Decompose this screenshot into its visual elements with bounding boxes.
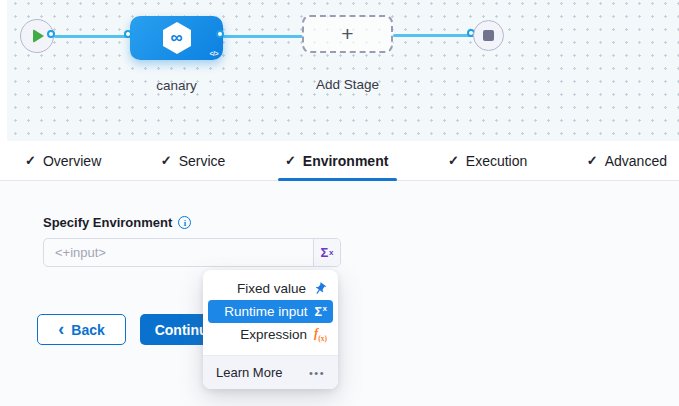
code-icon[interactable]: </> [209, 50, 218, 57]
dropdown-footer: Learn More ••• [203, 355, 338, 389]
option-label: Fixed value [237, 281, 306, 296]
check-icon: ✓ [587, 153, 598, 168]
learn-more-link[interactable]: Learn More [216, 365, 282, 380]
back-button[interactable]: ‹ Back [37, 314, 126, 345]
environment-input-group: Σx [43, 238, 341, 267]
option-runtime-input[interactable]: Runtime input Σx [208, 300, 333, 323]
option-label: Runtime input [224, 304, 307, 319]
tab-service[interactable]: ✓ Service [161, 141, 226, 181]
tab-overview[interactable]: ✓ Overview [25, 141, 101, 181]
sigma-glyph: Σ [321, 245, 329, 260]
pipeline-end-node[interactable] [473, 20, 504, 51]
environment-input[interactable] [44, 239, 313, 266]
sigma-icon: Σx [315, 304, 327, 319]
info-icon[interactable]: i [178, 216, 191, 229]
harness-cd-icon: ∞ [161, 21, 193, 55]
connector-dot[interactable] [216, 30, 224, 38]
sigma-sup: x [329, 248, 333, 257]
connector-dot[interactable] [124, 30, 132, 38]
back-label: Back [71, 322, 104, 338]
tab-label: Environment [303, 153, 389, 169]
option-label: Expression [240, 327, 307, 342]
tab-environment[interactable]: ✓ Environment [285, 141, 388, 181]
tab-label: Overview [43, 153, 101, 169]
play-icon [33, 29, 44, 43]
connector-dot[interactable] [47, 30, 55, 38]
input-type-dropdown: Fixed value Runtime input Σx Expression … [203, 270, 338, 389]
environment-tab-content: Specify Environment i Σx ‹ Back Continue… [0, 182, 679, 406]
expression-icon: f(x) [314, 326, 327, 343]
pipeline-stage-editor: ∞ </> + canary Add Stage ✓ Overview ✓ Se… [0, 0, 679, 406]
input-type-options: Fixed value Runtime input Σx Expression … [203, 270, 338, 355]
tab-advanced[interactable]: ✓ Advanced [587, 141, 667, 181]
check-icon: ✓ [161, 153, 172, 168]
check-icon: ✓ [448, 153, 459, 168]
plus-icon: + [341, 23, 353, 44]
stage-tabbar: ✓ Overview ✓ Service ✓ Environment ✓ Exe… [0, 141, 679, 181]
connector-line [393, 34, 474, 37]
tab-label: Advanced [605, 153, 667, 169]
add-stage-button[interactable]: + [302, 15, 393, 53]
tab-label: Execution [466, 153, 527, 169]
check-icon: ✓ [25, 153, 36, 168]
connector-line [222, 35, 303, 38]
pin-icon [313, 282, 327, 296]
chevron-left-icon: ‹ [58, 320, 64, 338]
tab-label: Service [179, 153, 226, 169]
infinity-glyph: ∞ [170, 29, 182, 46]
footer-buttons: ‹ Back Continue [37, 314, 230, 345]
check-icon: ✓ [285, 153, 296, 168]
connector-line [54, 35, 132, 38]
stage-name-label: canary [130, 78, 223, 93]
option-fixed-value[interactable]: Fixed value [208, 277, 333, 300]
input-type-selector-button[interactable]: Σx [313, 239, 340, 266]
specify-environment-row: Specify Environment i [43, 215, 191, 230]
canvas-left-gutter [0, 0, 7, 141]
stage-node-canary[interactable]: ∞ </> [130, 16, 223, 60]
option-expression[interactable]: Expression f(x) [208, 323, 333, 346]
specify-environment-label: Specify Environment [43, 215, 172, 230]
pipeline-canvas: ∞ </> + canary Add Stage [0, 0, 679, 141]
more-options-icon[interactable]: ••• [309, 367, 325, 379]
tab-execution[interactable]: ✓ Execution [448, 141, 527, 181]
stop-icon [483, 30, 494, 41]
add-stage-label: Add Stage [300, 77, 395, 92]
